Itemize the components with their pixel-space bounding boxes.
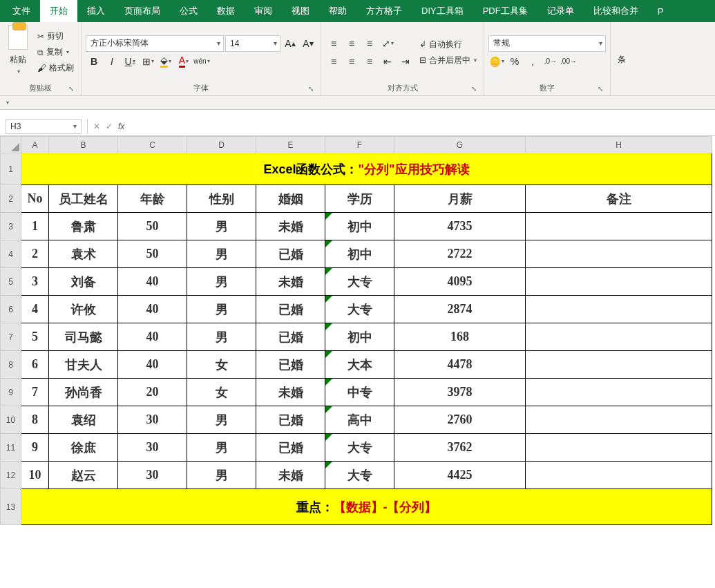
title-cell[interactable]: Excel函数公式："分列"应用技巧解读 — [21, 153, 712, 185]
align-middle-icon[interactable]: ≡ — [343, 35, 360, 52]
table-header-cell[interactable]: 月薪 — [394, 185, 526, 213]
data-cell[interactable]: 大专 — [325, 268, 394, 296]
data-cell[interactable]: 40 — [118, 323, 187, 351]
row-header[interactable]: 2 — [1, 185, 21, 213]
tab-页面布局[interactable]: 页面布局 — [115, 0, 170, 22]
data-cell[interactable]: 大专 — [325, 296, 394, 323]
data-cell[interactable]: 男 — [187, 240, 256, 268]
phonetic-button[interactable]: wén▾ — [193, 53, 210, 70]
wrap-text-button[interactable]: ↲自动换行 — [417, 37, 479, 52]
data-cell[interactable]: 大本 — [325, 351, 394, 379]
data-cell[interactable]: 1 — [21, 213, 49, 240]
data-cell[interactable]: 3762 — [394, 434, 526, 462]
data-cell[interactable]: 2722 — [394, 240, 526, 268]
data-cell[interactable]: 4735 — [394, 213, 526, 240]
merge-center-button[interactable]: ⊟合并后居中▾ — [417, 53, 479, 68]
data-cell[interactable] — [526, 213, 712, 240]
column-header[interactable]: G — [394, 137, 526, 153]
underline-button[interactable]: U▾ — [122, 53, 138, 70]
data-cell[interactable]: 已婚 — [256, 323, 325, 351]
row-header[interactable]: 3 — [1, 213, 21, 240]
increase-decimal-icon[interactable]: .0→ — [542, 53, 559, 70]
tab-审阅[interactable]: 审阅 — [245, 0, 282, 22]
column-header[interactable]: H — [526, 137, 712, 153]
row-header[interactable]: 1 — [1, 153, 21, 185]
data-cell[interactable] — [526, 268, 712, 296]
data-cell[interactable]: 50 — [118, 240, 187, 268]
data-cell[interactable]: 袁术 — [49, 240, 118, 268]
qat-dropdown-icon[interactable]: ▾ — [6, 99, 9, 106]
indent-increase-icon[interactable]: ⇥ — [397, 53, 414, 70]
border-button[interactable]: ⊞▾ — [140, 53, 156, 70]
data-cell[interactable]: 4478 — [394, 351, 526, 379]
table-header-cell[interactable]: 性别 — [187, 185, 256, 213]
data-cell[interactable]: 袁绍 — [49, 406, 118, 434]
row-header[interactable]: 4 — [1, 240, 21, 268]
table-header-cell[interactable]: 年龄 — [118, 185, 187, 213]
tab-P[interactable]: P — [648, 0, 674, 22]
data-cell[interactable]: 刘备 — [49, 268, 118, 296]
tab-DIY工具箱[interactable]: DIY工具箱 — [412, 0, 473, 22]
dialog-launcher-icon[interactable]: ⤡ — [470, 85, 478, 93]
column-header[interactable]: C — [118, 137, 187, 153]
tab-帮助[interactable]: 帮助 — [319, 0, 356, 22]
format-painter-button[interactable]: 格式刷 — [35, 61, 77, 75]
bold-button[interactable]: B — [86, 53, 102, 70]
row-header[interactable]: 11 — [1, 434, 21, 462]
dialog-launcher-icon[interactable]: ⤡ — [307, 85, 315, 93]
column-header[interactable]: E — [256, 137, 325, 153]
data-cell[interactable]: 许攸 — [49, 296, 118, 323]
data-cell[interactable]: 30 — [118, 434, 187, 462]
font-size-select[interactable]: 14 — [225, 35, 280, 52]
data-cell[interactable]: 4425 — [394, 462, 526, 489]
data-cell[interactable]: 初中 — [325, 323, 394, 351]
data-cell[interactable]: 甘夫人 — [49, 351, 118, 379]
tab-插入[interactable]: 插入 — [77, 0, 115, 22]
data-cell[interactable]: 未婚 — [256, 213, 325, 240]
data-cell[interactable]: 中专 — [325, 379, 394, 406]
data-cell[interactable]: 女 — [187, 379, 256, 406]
spreadsheet-grid[interactable]: ABCDEFGH 1Excel函数公式："分列"应用技巧解读2No员工姓名年龄性… — [0, 136, 712, 525]
data-cell[interactable]: 男 — [187, 296, 256, 323]
decrease-font-icon[interactable]: A▾ — [300, 35, 316, 52]
row-header[interactable]: 9 — [1, 379, 21, 406]
column-header[interactable]: F — [325, 137, 394, 153]
data-cell[interactable]: 大专 — [325, 434, 394, 462]
number-format-select[interactable]: 常规 — [488, 35, 606, 52]
row-header[interactable]: 12 — [1, 462, 21, 489]
data-cell[interactable]: 已婚 — [256, 351, 325, 379]
copy-button[interactable]: 复制▾ — [35, 45, 77, 59]
data-cell[interactable]: 男 — [187, 434, 256, 462]
data-cell[interactable]: 2760 — [394, 406, 526, 434]
data-cell[interactable] — [526, 434, 712, 462]
data-cell[interactable]: 鲁肃 — [49, 213, 118, 240]
row-header[interactable]: 8 — [1, 351, 21, 379]
align-left-icon[interactable]: ≡ — [325, 53, 342, 70]
data-cell[interactable]: 40 — [118, 351, 187, 379]
data-cell[interactable]: 男 — [187, 323, 256, 351]
data-cell[interactable]: 2874 — [394, 296, 526, 323]
data-cell[interactable]: 7 — [21, 379, 49, 406]
row-header[interactable]: 10 — [1, 406, 21, 434]
align-bottom-icon[interactable]: ≡ — [361, 35, 378, 52]
data-cell[interactable]: 已婚 — [256, 406, 325, 434]
data-cell[interactable]: 已婚 — [256, 240, 325, 268]
data-cell[interactable]: 40 — [118, 296, 187, 323]
font-color-button[interactable]: A▾ — [175, 53, 192, 70]
data-cell[interactable]: 10 — [21, 462, 49, 489]
name-box[interactable]: H3 — [6, 119, 82, 134]
data-cell[interactable]: 4 — [21, 296, 49, 323]
data-cell[interactable]: 2 — [21, 240, 49, 268]
data-cell[interactable] — [526, 462, 712, 489]
data-cell[interactable]: 8 — [21, 406, 49, 434]
data-cell[interactable]: 未婚 — [256, 462, 325, 489]
data-cell[interactable]: 初中 — [325, 213, 394, 240]
data-cell[interactable] — [526, 323, 712, 351]
formula-input[interactable] — [130, 119, 715, 134]
fill-color-button[interactable]: ⬙▾ — [158, 53, 174, 70]
cut-button[interactable]: 剪切 — [35, 29, 77, 44]
font-name-select[interactable]: 方正小标宋简体 — [86, 35, 224, 52]
table-header-cell[interactable]: 婚姻 — [256, 185, 325, 213]
data-cell[interactable]: 30 — [118, 406, 187, 434]
data-cell[interactable]: 30 — [118, 462, 187, 489]
